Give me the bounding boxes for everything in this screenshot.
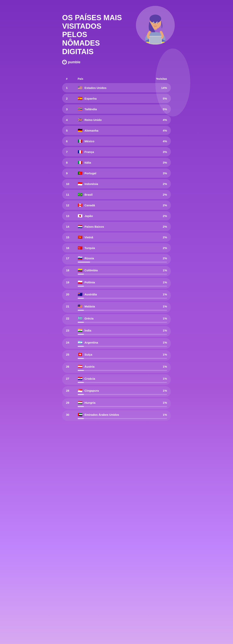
country-name-text: Alemanha [84,129,98,132]
country-name-text: Portugal [84,172,96,175]
rank-cell: 15 [66,236,78,239]
table-row: 23 🇮🇳 Índia 1% [62,326,171,337]
visits-cell: 4% [152,118,167,122]
table-row: 16 🇹🇷 Turquia 2% [62,243,171,252]
flag-icon: 🇺🇸 [78,86,82,90]
visits-cell: 3% [152,172,167,175]
country-cell: 🇲🇾 Malásia [78,304,152,308]
country-name-text: Emirados Árabes Unidos [84,413,119,416]
country-name-text: Tailândia [84,108,97,111]
table-row: 28 🇸🇬 Cingapura 1% [62,386,171,397]
rank-cell: 25 [66,353,78,356]
country-name-text: Canadá [84,204,95,207]
pumble-logo-icon [62,60,67,64]
flag-icon: 🇵🇱 [78,280,82,284]
flag-icon: 🇻🇳 [78,235,82,239]
visits-cell: 1% [152,281,167,284]
rank-cell: 30 [66,413,78,416]
progress-bar-fill [78,334,84,335]
country-cell: 🇲🇽 México [78,139,152,143]
flag-icon: 🇫🇷 [78,150,82,154]
rank-cell: 24 [66,341,78,344]
flag-icon: 🇨🇭 [78,352,82,357]
visits-cell: 2% [152,182,167,186]
country-name-text: Austrália [84,293,97,296]
table-row: 26 🇦🇹 Áustria 1% [62,362,171,373]
country-name-text: Cingapura [84,389,99,392]
flag-icon: 🇮🇩 [78,182,82,186]
rank-cell: 4 [66,118,78,122]
country-name-text: Argentina [84,341,98,344]
table-row: 25 🇨🇭 Suíça 1% [62,350,171,361]
country-cell: 🇮🇹 Itália [78,160,152,164]
progress-bar-fill [78,418,84,419]
flag-icon: 🇵🇹 [78,171,82,175]
rank-cell: 1 [66,86,78,90]
main-container: OS PAÍSES MAIS VISITADOS PELOS NÔMADES D… [58,0,175,434]
progress-bar-fill [78,274,84,275]
table-row: 15 🇻🇳 Vietnã 2% [62,232,171,242]
svg-point-15 [153,22,154,24]
table-row: 21 🇲🇾 Malásia 1% [62,302,171,313]
progress-bar-fill [78,394,84,395]
flag-icon: 🇭🇺 [78,400,82,405]
title-block: OS PAÍSES MAIS VISITADOS PELOS NÔMADES D… [62,14,124,64]
country-name-text: Japão [84,214,93,218]
table-row: 27 🇭🇷 Croácia 1% [62,374,171,385]
rank-cell: 14 [66,225,78,228]
visits-cell: 1% [152,329,167,332]
progress-bar-container [78,370,167,371]
rank-cell: 5 [66,129,78,132]
country-name-text: Áustria [84,365,94,368]
rank-cell: 6 [66,140,78,143]
progress-bar-container [78,286,167,287]
country-name-text: Espanha [84,97,97,100]
flag-icon: 🇨🇴 [78,268,82,272]
country-name-text: Polônia [84,281,95,284]
visits-cell: 4% [152,129,167,132]
country-name-text: França [84,150,94,154]
table-row: 3 🇹🇭 Tailândia 5% [62,104,171,114]
flag-icon: 🇦🇺 [78,292,82,296]
country-cell: 🇵🇱 Polônia [78,280,152,284]
progress-bar-container [78,274,167,275]
flag-icon: 🇳🇱 [78,224,82,228]
decorative-blob [155,48,190,116]
header-section: OS PAÍSES MAIS VISITADOS PELOS NÔMADES D… [62,8,171,68]
logo-area: pumble [62,60,124,64]
progress-bar-container [78,262,167,262]
progress-bar-fill [78,262,90,262]
rank-cell: 11 [66,193,78,196]
table-section: # País %visitas 1 🇺🇸 Estados Unidos 14% … [62,76,171,421]
country-cell: 🇯🇵 Japão [78,214,152,218]
progress-bar-container [78,334,167,335]
country-name-text: Colômbia [84,268,98,272]
visits-cell: 2% [152,256,167,260]
country-cell: 🇺🇸 Estados Unidos [78,86,152,90]
visits-cell: 2% [152,204,167,207]
country-cell: 🇮🇩 Indonésia [78,182,152,186]
table-row: 9 🇵🇹 Portugal 3% [62,168,171,178]
country-cell: 🇨🇴 Colômbia [78,268,152,272]
country-cell: 🇹🇷 Turquia [78,246,152,250]
country-cell: 🇦🇹 Áustria [78,364,152,369]
country-name-text: México [84,140,94,143]
table-row: 1 🇺🇸 Estados Unidos 14% [62,83,171,92]
rank-cell: 7 [66,150,78,154]
country-cell: 🇻🇳 Vietnã [78,235,152,239]
progress-bar-fill [78,310,84,311]
logo-text: pumble [68,60,80,64]
visits-cell: 1% [152,413,167,416]
rank-cell: 2 [66,97,78,100]
flag-icon: 🇧🇷 [78,192,82,196]
country-cell: 🇨🇭 Suíça [78,352,152,357]
country-cell: 🇩🇪 Alemanha [78,128,152,132]
flag-icon: 🇲🇽 [78,139,82,143]
table-row: 4 🇬🇧 Reino Unido 4% [62,115,171,124]
flag-icon: 🇸🇬 [78,388,82,393]
visits-cell: 1% [152,389,167,392]
country-name-text: Croácia [84,377,95,380]
country-cell: 🇦🇷 Argentina [78,340,152,345]
rank-cell: 8 [66,161,78,164]
visits-cell: 4% [152,140,167,143]
